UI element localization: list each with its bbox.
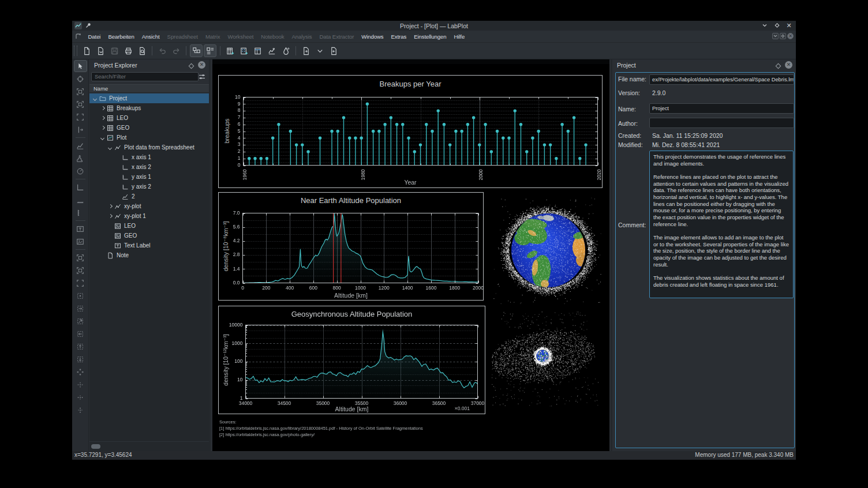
scale-auto-button[interactable] (74, 290, 87, 302)
maximize-button[interactable] (773, 21, 781, 29)
print-button[interactable] (122, 44, 134, 57)
save-project-button[interactable] (108, 44, 121, 57)
minimize-button[interactable] (761, 21, 769, 29)
filter-options-icon[interactable] (198, 73, 206, 81)
menu-bearbeiten[interactable]: Bearbeiten (104, 32, 138, 42)
props-close-icon[interactable]: ✕ (785, 61, 792, 69)
add-histogram-button[interactable] (74, 152, 87, 164)
close-button[interactable]: ✕ (785, 21, 793, 29)
menu-datei[interactable]: Datei (84, 32, 104, 42)
expander-closed[interactable] (100, 126, 105, 130)
new-spreadsheet-button[interactable] (224, 44, 237, 57)
crosshair-tool-button[interactable] (74, 73, 87, 85)
tree-column-header[interactable]: Name (89, 84, 209, 93)
tree-item-note[interactable]: Note (89, 250, 209, 260)
tree-item-y-axis-1[interactable]: y axis 1 (89, 172, 209, 182)
tree-item-breakups[interactable]: Breakups (89, 103, 209, 113)
leo-debris-image[interactable] (493, 197, 603, 304)
menu-ansicht[interactable]: Ansicht (138, 32, 163, 42)
tree-item-xy-plot[interactable]: xy-plot (89, 201, 209, 211)
expander-closed[interactable] (100, 116, 105, 121)
expander-closed[interactable] (100, 106, 105, 111)
arrows-3-button[interactable] (74, 391, 87, 403)
tree-item-x-axis-2[interactable]: x axis 2 (89, 162, 209, 172)
properties-header[interactable]: Project ✕ (612, 59, 796, 71)
zoom-fit-button[interactable] (74, 277, 87, 289)
close-dock-icon[interactable]: ✕ (198, 61, 205, 69)
tree-horizontal-scrollbar[interactable] (89, 441, 209, 451)
export-button[interactable] (300, 44, 312, 57)
plot-breakups-per-year[interactable]: Breakups per Year breakups Year (218, 75, 603, 188)
tree-item-geo[interactable]: GEO (89, 231, 209, 241)
add-curve-button[interactable] (74, 140, 87, 152)
tree-item-x-axis-1[interactable]: x axis 1 (89, 152, 209, 162)
zoom-in-button[interactable] (74, 251, 87, 264)
new-plot-button[interactable] (265, 44, 278, 57)
import-button[interactable] (327, 44, 340, 57)
arrows-2-button[interactable] (74, 378, 87, 391)
menu-windows[interactable]: Windows (358, 32, 387, 42)
arrows-4-button[interactable] (74, 404, 87, 416)
mdi-minimize-button[interactable] (772, 33, 779, 39)
file-name-input[interactable]: ex/Projekte/labplot/data/examples/Genera… (649, 74, 794, 85)
undo-button[interactable] (156, 44, 169, 57)
new-matrix-button[interactable] (238, 44, 250, 57)
add-axis-button[interactable] (74, 181, 87, 193)
tree-item-project[interactable]: Project (89, 93, 209, 103)
toggle-project-explorer-button[interactable] (190, 44, 203, 57)
menu-extras[interactable]: Extras (387, 32, 410, 42)
add-text-label-button[interactable] (74, 223, 87, 235)
add-axis-ticks-button[interactable] (74, 194, 87, 206)
mdi-close-button[interactable]: ✕ (787, 33, 794, 39)
cursor-tool-button[interactable] (74, 123, 87, 136)
new-project-button[interactable] (80, 44, 93, 57)
comment-textarea[interactable]: This project demonstrates the usage of r… (649, 151, 794, 298)
worksheet-view[interactable]: Breakups per Year breakups Year Near Ear… (212, 59, 609, 451)
zoom-select-button[interactable] (74, 85, 87, 97)
project-explorer-header[interactable]: Project Explorer ✕ (89, 59, 209, 71)
color-theme-button[interactable] (279, 44, 292, 57)
add-axis-vertical-button[interactable] (74, 207, 87, 219)
export-menu-button[interactable] (313, 44, 326, 57)
add-polar-button[interactable] (74, 165, 87, 177)
geo-debris-image[interactable] (492, 311, 598, 407)
float-dock-icon[interactable] (189, 63, 194, 69)
tree-item-2[interactable]: 2 (89, 192, 209, 201)
tree-item-leo[interactable]: LEO (89, 113, 209, 123)
expander-open[interactable] (100, 136, 105, 140)
props-float-icon[interactable] (776, 63, 781, 69)
tree-item-plot[interactable]: Plot (89, 133, 209, 142)
zoom-y-select-button[interactable] (74, 111, 87, 123)
print-preview-button[interactable] (136, 44, 148, 57)
name-input[interactable]: Project (649, 103, 794, 114)
tree-item-y-axis-2[interactable]: y axis 2 (89, 182, 209, 192)
menu-app-icon[interactable] (75, 33, 82, 40)
shift-left-x-button[interactable] (74, 328, 87, 340)
select-tool-button[interactable] (74, 60, 87, 72)
expander-open[interactable] (93, 96, 98, 101)
add-image-button[interactable] (74, 235, 87, 247)
tree-item-plot-data-from-spreadsheet[interactable]: Plot data from Spreadsheet (89, 142, 209, 152)
scale-auto-y-button[interactable] (74, 315, 87, 327)
open-project-button[interactable] (94, 44, 107, 57)
expander-open[interactable] (108, 145, 113, 150)
tree-item-geo[interactable]: GEO (89, 123, 209, 133)
menu-einstellungen[interactable]: Einstellungen (410, 32, 450, 42)
expander-closed[interactable] (108, 214, 113, 219)
toolbar-handle[interactable] (74, 46, 77, 56)
mdi-restore-button[interactable] (780, 33, 786, 39)
new-workbook-button[interactable] (252, 44, 264, 57)
shift-right-x-button[interactable] (74, 340, 87, 352)
tree-item-xy-plot-1[interactable]: xy-plot 1 (89, 211, 209, 221)
plot-near-earth[interactable]: Near Earth Altitude Population density [… (218, 192, 484, 301)
titlebar[interactable]: Project - [Plot] — LabPlot ✕ (72, 21, 796, 31)
redo-button[interactable] (170, 44, 182, 57)
plot-geosynchronous[interactable]: Geosynchronous Altitude Population densi… (218, 306, 485, 414)
tree-item-text-label[interactable]: Text Label (89, 241, 209, 250)
expander-closed[interactable] (108, 204, 113, 209)
zoom-out-button[interactable] (74, 264, 87, 276)
scale-auto-x-button[interactable] (74, 302, 87, 314)
search-input[interactable]: Search/Filter (91, 72, 199, 81)
shift-up-y-button[interactable] (74, 353, 87, 365)
toggle-properties-explorer-button[interactable] (204, 44, 216, 57)
